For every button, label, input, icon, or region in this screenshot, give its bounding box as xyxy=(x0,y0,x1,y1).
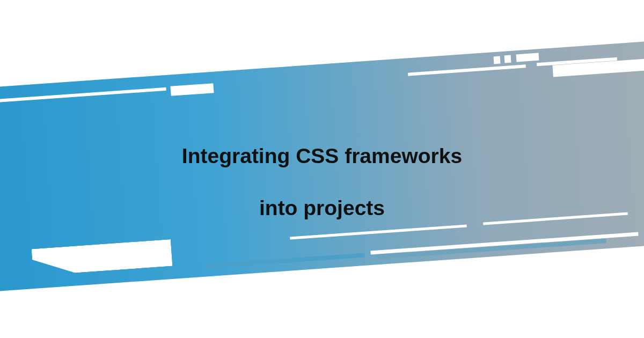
title-line-2: into projects xyxy=(259,196,385,219)
accent-block xyxy=(516,53,539,62)
accent-block xyxy=(494,56,501,64)
banner-title: Integrating CSS frameworks into projects xyxy=(182,117,462,222)
accent-block xyxy=(504,55,511,63)
title-line-1: Integrating CSS frameworks xyxy=(182,144,462,167)
